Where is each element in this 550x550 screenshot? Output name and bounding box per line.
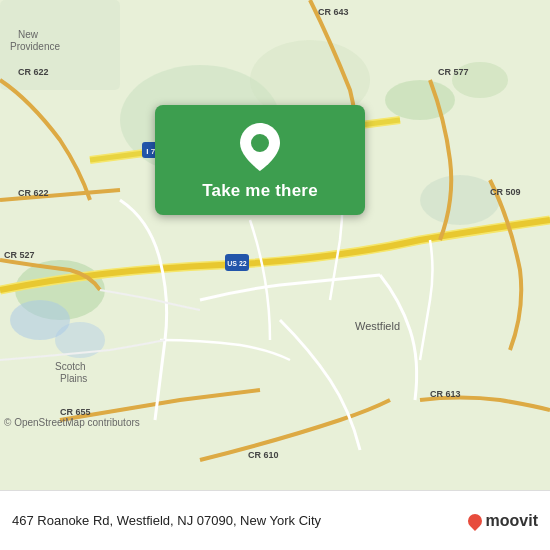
- svg-text:Providence: Providence: [10, 41, 60, 52]
- svg-text:New: New: [18, 29, 39, 40]
- svg-text:CR 509: CR 509: [490, 187, 521, 197]
- moovit-logo: moovit: [468, 512, 538, 530]
- svg-text:CR 527: CR 527: [4, 250, 35, 260]
- svg-point-4: [385, 80, 455, 120]
- svg-text:CR 610: CR 610: [248, 450, 279, 460]
- svg-text:CR 622: CR 622: [18, 67, 49, 77]
- svg-text:CR 655: CR 655: [60, 407, 91, 417]
- svg-point-30: [251, 134, 269, 152]
- svg-point-6: [420, 175, 500, 225]
- svg-text:CR 643: CR 643: [318, 7, 349, 17]
- cta-button[interactable]: Take me there: [155, 105, 365, 215]
- osm-attribution: © OpenStreetMap contributors: [4, 417, 140, 428]
- location-pin-icon: [240, 123, 280, 171]
- svg-text:Westfield: Westfield: [355, 320, 400, 332]
- svg-text:Plains: Plains: [60, 373, 87, 384]
- svg-text:CR 613: CR 613: [430, 389, 461, 399]
- moovit-pin-icon: [465, 511, 485, 531]
- svg-text:Scotch: Scotch: [55, 361, 86, 372]
- svg-text:CR 622: CR 622: [18, 188, 49, 198]
- map-container: I 78 US 22 CR 622 CR 622 CR 643 CR 577 C…: [0, 0, 550, 490]
- bottom-bar: 467 Roanoke Rd, Westfield, NJ 07090, New…: [0, 490, 550, 550]
- svg-text:US 22: US 22: [227, 260, 247, 267]
- address-text: 467 Roanoke Rd, Westfield, NJ 07090, New…: [12, 513, 468, 528]
- svg-text:CR 577: CR 577: [438, 67, 469, 77]
- moovit-wordmark: moovit: [486, 512, 538, 530]
- cta-label-text: Take me there: [202, 181, 318, 201]
